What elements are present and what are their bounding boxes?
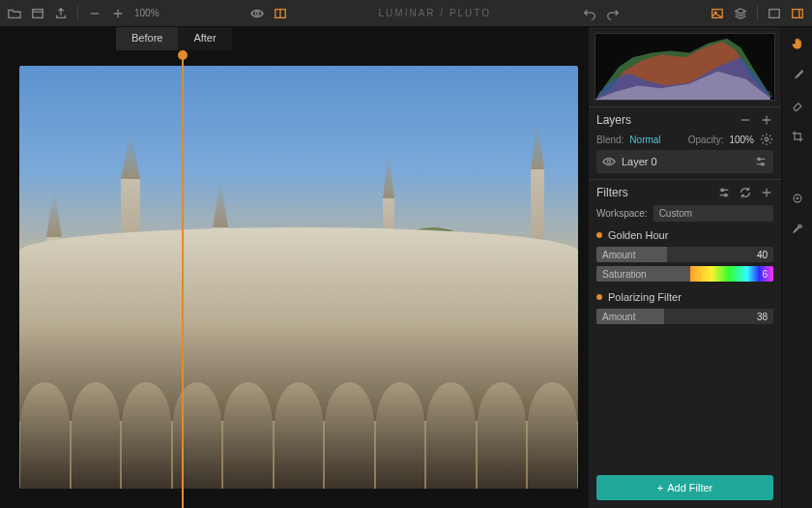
slider-value: 40 [757,250,773,260]
top-toolbar: 100% LUMINAR / PLUTO [0,0,812,27]
slider-value: 6 [762,269,773,280]
svg-point-7 [765,137,768,141]
layer-item[interactable]: Layer 0 [596,150,773,173]
layers-title: Layers [596,113,631,127]
layer-name: Layer 0 [622,156,748,167]
plus-icon: + [657,482,663,493]
svg-rect-5 [769,9,780,17]
highlight-clip-icon[interactable]: △ [767,89,772,98]
svg-rect-0 [33,9,44,17]
hand-tool-icon[interactable] [789,35,806,52]
add-filter-plus-icon[interactable] [760,186,773,199]
compare-icon[interactable] [274,7,287,20]
eraser-tool-icon[interactable] [789,97,806,114]
main-area: Before After [0,27,812,508]
mask-tool-icon[interactable] [789,159,806,176]
photo-preview [19,66,578,489]
blend-mode[interactable]: Normal [629,134,660,145]
single-view-icon[interactable] [768,7,781,20]
app-title: LUMINAR / PLUTO [379,8,492,18]
right-panel: △ △ Layers Blend: Normal Opacity: 100% L… [588,27,781,508]
filters-panel: Filters Workspace: Custom Golden Hour [589,179,781,467]
svg-point-11 [721,189,724,192]
undo-icon[interactable] [583,7,596,20]
zoom-level[interactable]: 100% [134,8,160,18]
filters-preset-icon[interactable] [717,186,731,199]
histogram[interactable]: △ △ [594,33,775,101]
slider-label: Amount [596,312,635,322]
layers-menu-icon[interactable] [739,113,752,127]
filter-block-golden-hour: Golden Hour Amount 40 Saturation 6 [596,229,773,282]
layers-mode-icon[interactable] [734,7,747,20]
filter-header[interactable]: Golden Hour [596,229,773,241]
tool-sidebar [781,27,812,508]
filter-name: Golden Hour [608,229,668,241]
svg-point-1 [255,12,259,15]
svg-point-8 [607,160,611,164]
image-mode-icon[interactable] [710,7,724,20]
share-icon[interactable] [54,7,68,20]
svg-rect-6 [793,9,803,17]
filter-enabled-dot-icon[interactable] [596,232,602,238]
blend-label: Blend: [596,134,624,145]
opacity-value[interactable]: 100% [729,134,754,145]
slider-label: Amount [596,250,635,260]
slider-amount[interactable]: Amount 40 [596,247,773,262]
compare-tabs: Before After [116,27,232,50]
slider-saturation[interactable]: Saturation 6 [596,266,773,282]
compare-slider[interactable] [182,50,184,508]
side-panel-icon[interactable] [791,7,804,20]
layers-panel: Layers Blend: Normal Opacity: 100% Layer… [589,106,781,179]
recent-icon[interactable] [31,7,44,20]
brush-tool-icon[interactable] [789,66,806,83]
workspace-label: Workspace: [596,208,648,219]
after-tab[interactable]: After [178,27,231,50]
zoom-in-icon[interactable] [111,7,125,20]
zoom-out-icon[interactable] [88,7,102,20]
redo-icon[interactable] [606,7,620,20]
svg-point-14 [797,197,798,199]
crop-tool-icon[interactable] [789,128,806,145]
visibility-eye-icon[interactable] [602,155,616,168]
slider-value: 38 [757,312,773,322]
filters-refresh-icon[interactable] [739,186,752,199]
open-folder-icon[interactable] [8,7,21,20]
add-filter-label: Add Filter [667,482,712,493]
filter-block-polarizing: Polarizing Filter Amount 38 [596,291,773,324]
filter-name: Polarizing Filter [608,291,682,303]
filters-title: Filters [596,186,628,199]
filter-enabled-dot-icon[interactable] [596,294,602,300]
svg-point-12 [724,194,727,196]
layer-adjust-icon[interactable] [754,155,768,168]
svg-point-9 [758,158,761,161]
preview-eye-icon[interactable] [250,7,264,20]
clone-tool-icon[interactable] [789,190,806,207]
opacity-label: Opacity: [688,134,724,145]
add-layer-icon[interactable] [760,113,773,127]
slider-amount[interactable]: Amount 38 [596,309,773,324]
add-filter-button[interactable]: +Add Filter [596,475,773,500]
filter-header[interactable]: Polarizing Filter [596,291,773,303]
before-tab[interactable]: Before [116,27,178,50]
canvas[interactable]: Before After [0,27,588,508]
eyedropper-tool-icon[interactable] [789,221,806,238]
slider-label: Saturation [596,269,647,280]
shadow-clip-icon[interactable]: △ [597,89,603,98]
svg-point-10 [761,163,764,165]
layer-settings-icon[interactable] [760,133,773,146]
workspace-select[interactable]: Custom [653,205,773,222]
